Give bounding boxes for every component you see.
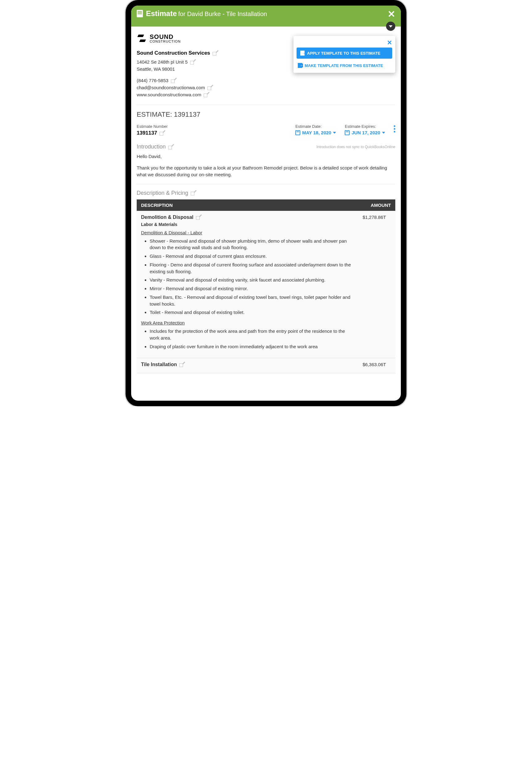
content-area: SOUND CONSTRUCTION Sound Construction Se… <box>131 27 401 379</box>
company-name: Sound Construction Services <box>137 50 210 56</box>
edit-icon[interactable] <box>168 144 173 149</box>
line-item-bullet: Draping of plastic over furniture in the… <box>150 343 354 350</box>
edit-icon[interactable] <box>160 131 164 135</box>
estimate-date-value: MAY 18, 2020 <box>302 130 331 135</box>
apply-template-label: APPLY TEMPLATE TO THIS ESTIMATE <box>307 51 380 56</box>
apply-template-button[interactable]: APPLY TEMPLATE TO THIS ESTIMATE <box>297 48 392 59</box>
template-in-icon <box>300 51 305 56</box>
header-title: Estimate <box>146 9 177 18</box>
line-item-bullet: Flooring - Demo and disposal of current … <box>150 261 354 275</box>
intro-greeting: Hello David, <box>137 153 395 160</box>
intro-body: Thank you for the opportunity to take a … <box>137 164 395 178</box>
chevron-down-icon <box>333 132 336 134</box>
edit-icon[interactable] <box>171 78 176 83</box>
dropdown-toggle[interactable] <box>386 22 395 31</box>
company-phone: (844) 776-5853 <box>137 78 168 83</box>
introduction-label: Introduction <box>137 143 166 150</box>
edit-icon[interactable] <box>190 60 195 64</box>
line-item-title: Tile Installation <box>141 362 177 367</box>
line-item-amount: $1,278.86T <box>358 211 395 358</box>
kebab-menu[interactable] <box>394 124 395 132</box>
popover-close-icon[interactable]: ✕ <box>297 39 392 48</box>
company-address-1: 14042 Se 248th pl Unit 5 <box>137 59 188 64</box>
line-item-bullet: Glass - Removal and disposal of current … <box>150 253 354 260</box>
line-item: Tile Installation$6,363.06T <box>137 358 395 373</box>
chevron-down-icon <box>382 132 385 134</box>
estimate-title: ESTIMATE: 1391137 <box>137 110 395 118</box>
edit-icon[interactable] <box>196 215 201 220</box>
edit-icon[interactable] <box>191 190 196 195</box>
template-out-icon <box>298 63 302 68</box>
line-item-bullet: Vanity - Removal and disposal of existin… <box>150 276 354 283</box>
edit-icon[interactable] <box>204 92 209 97</box>
logo-text-small: CONSTRUCTION <box>150 40 181 43</box>
make-template-label: MAKE TEMPLATE FROM THIS ESTIMATE <box>305 63 383 68</box>
th-description: DESCRIPTION <box>141 202 354 208</box>
company-address-2: Seattle, WA 98001 <box>137 66 175 72</box>
line-item-bullet: Includes for the protection of the work … <box>150 328 354 341</box>
estimate-number-label: Estimate Number <box>137 124 168 129</box>
estimate-number: 1391137 <box>137 130 157 136</box>
calendar-icon <box>295 130 300 135</box>
estimate-expires-value: JUN 17, 2020 <box>351 130 380 135</box>
make-template-button[interactable]: MAKE TEMPLATE FROM THIS ESTIMATE <box>297 61 392 70</box>
company-logo: SOUND CONSTRUCTION <box>137 33 218 44</box>
logo-mark-icon <box>137 33 147 44</box>
header-subtitle: for David Burke - Tile Installation <box>178 10 267 17</box>
divider <box>137 184 395 184</box>
company-email: chad@soundconstructionwa.com <box>137 85 205 90</box>
estimate-date-label: Estimate Date: <box>295 124 336 129</box>
edit-icon[interactable] <box>179 362 184 367</box>
line-item-bullet: Mirror - Removal and disposal of existin… <box>150 285 354 292</box>
sync-note: Introduction does not sync to QuickBooks… <box>317 145 395 149</box>
logo-text-big: SOUND <box>150 34 181 40</box>
line-item-bullet: Toilet - Removal and disposal of existin… <box>150 309 354 316</box>
divider <box>137 105 395 105</box>
template-popover: ✕ APPLY TEMPLATE TO THIS ESTIMATE MAKE T… <box>293 36 395 73</box>
tablet-screen: Estimate for David Burke - Tile Installa… <box>131 6 401 401</box>
line-item-title: Demolition & Disposal <box>141 214 193 220</box>
company-website: www.soundconstructionwa.com <box>137 92 201 97</box>
page-title: Estimate for David Burke - Tile Installa… <box>146 9 267 18</box>
calendar-icon <box>345 130 350 135</box>
line-item-bullet: Towel Bars, Etc. - Removal and disposal … <box>150 294 354 307</box>
line-item-section-heading: Demolition & Disposal - Labor <box>141 230 354 235</box>
document-icon <box>137 10 143 17</box>
th-amount: AMOUNT <box>354 202 391 208</box>
estimate-expires-label: Estimate Expires: <box>345 124 385 129</box>
line-item: Demolition & DisposalLabor & MaterialsDe… <box>137 211 395 358</box>
line-item-subtitle: Labor & Materials <box>141 222 354 227</box>
estimate-expires-picker[interactable]: JUN 17, 2020 <box>345 130 385 135</box>
pricing-table-header: DESCRIPTION AMOUNT <box>137 199 395 211</box>
line-item-bullet: Shower - Removal and disposal of shower … <box>150 238 354 251</box>
header-bar: Estimate for David Burke - Tile Installa… <box>131 6 401 27</box>
close-icon[interactable]: ✕ <box>388 9 395 19</box>
edit-icon[interactable] <box>213 51 218 56</box>
edit-icon[interactable] <box>207 85 212 90</box>
line-item-section-heading: Work Area Protection <box>141 320 354 325</box>
line-item-amount: $6,363.06T <box>358 358 395 373</box>
estimate-date-picker[interactable]: MAY 18, 2020 <box>295 130 336 135</box>
tablet-frame: Estimate for David Burke - Tile Installa… <box>126 0 406 406</box>
pricing-label: Description & Pricing <box>137 190 188 196</box>
